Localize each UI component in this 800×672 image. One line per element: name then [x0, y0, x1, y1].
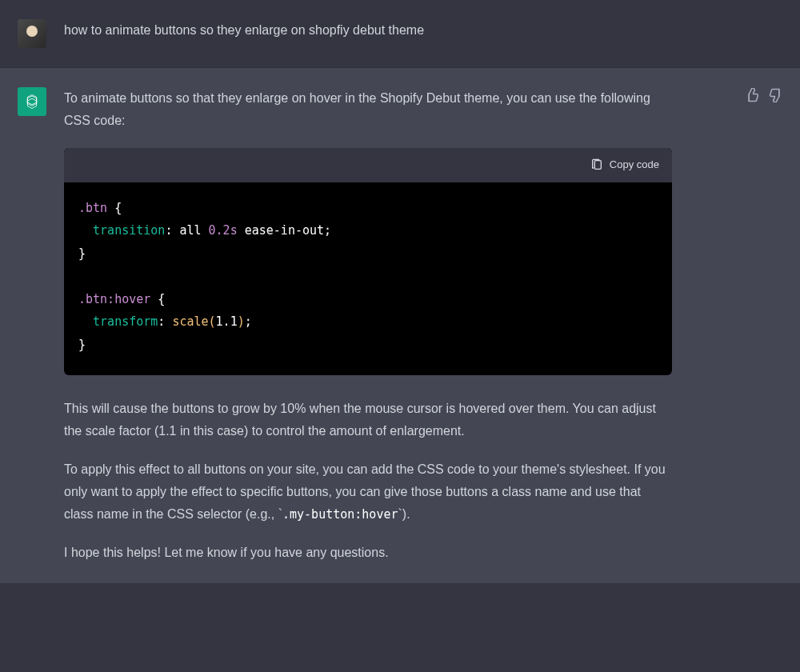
code-paren: (: [209, 314, 216, 329]
code-line: transition: all 0.2s ease-in-out;: [78, 219, 658, 242]
code-line: }: [78, 334, 658, 357]
feedback-controls: [744, 87, 784, 103]
assistant-paragraph: I hope this helps! Let me know if you ha…: [64, 542, 672, 564]
code-value: all: [179, 223, 201, 238]
user-message-content: how to animate buttons so they enlarge o…: [64, 19, 720, 48]
code-blank-line: [78, 265, 658, 288]
code-line: }: [78, 242, 658, 266]
code-colon: :: [158, 314, 165, 329]
code-property: transform: [93, 314, 158, 329]
code-line: .btn {: [78, 197, 658, 220]
code-semicolon: ;: [245, 314, 252, 329]
code-number: 0.2s: [209, 223, 238, 238]
code-line: .btn:hover {: [78, 288, 658, 311]
code-brace: {: [114, 201, 122, 215]
assistant-intro-text: To animate buttons so that they enlarge …: [64, 87, 672, 132]
code-function: scale: [172, 314, 208, 329]
code-brace: {: [158, 292, 165, 306]
thumbs-down-button[interactable]: [768, 87, 784, 103]
code-brace: }: [78, 338, 86, 352]
assistant-paragraph: To apply this effect to all buttons on y…: [64, 458, 672, 526]
code-value: ease-in-out: [245, 223, 324, 238]
code-block-header: Copy code: [64, 148, 672, 182]
copy-code-button[interactable]: Copy code: [590, 156, 659, 174]
code-block: Copy code .btn { transition: all 0.2s ea…: [64, 148, 672, 375]
para-text: `).: [398, 507, 410, 521]
clipboard-icon: [590, 158, 603, 171]
user-message-text: how to animate buttons so they enlarge o…: [64, 23, 424, 37]
assistant-message-content: To animate buttons so that they enlarge …: [64, 87, 720, 564]
thumbs-down-icon: [769, 88, 783, 102]
code-line: transform: scale(1.1);: [78, 310, 658, 334]
avatar-face: [18, 19, 46, 48]
code-arg: 1.1: [216, 314, 238, 329]
avatar-head-shape: [26, 26, 38, 37]
user-message-row: how to animate buttons so they enlarge o…: [0, 0, 800, 68]
code-selector: .btn:hover: [78, 292, 150, 306]
thumbs-up-icon: [745, 88, 759, 102]
openai-logo-icon: [22, 92, 42, 111]
code-body[interactable]: .btn { transition: all 0.2s ease-in-out;…: [64, 182, 672, 376]
inline-code: .my-button:hover: [282, 507, 398, 522]
code-selector: .btn: [78, 201, 107, 215]
code-semicolon: ;: [324, 223, 331, 238]
code-property: transition: [93, 223, 165, 238]
user-avatar: [18, 19, 46, 48]
code-colon: :: [165, 223, 172, 238]
assistant-paragraph: This will cause the buttons to grow by 1…: [64, 398, 672, 442]
assistant-message-row: To animate buttons so that they enlarge …: [0, 68, 800, 583]
copy-code-label: Copy code: [610, 156, 659, 174]
code-paren: ): [238, 314, 245, 329]
svg-rect-0: [594, 161, 601, 170]
thumbs-up-button[interactable]: [744, 87, 760, 103]
code-brace: }: [78, 246, 86, 261]
assistant-avatar: [18, 87, 46, 116]
